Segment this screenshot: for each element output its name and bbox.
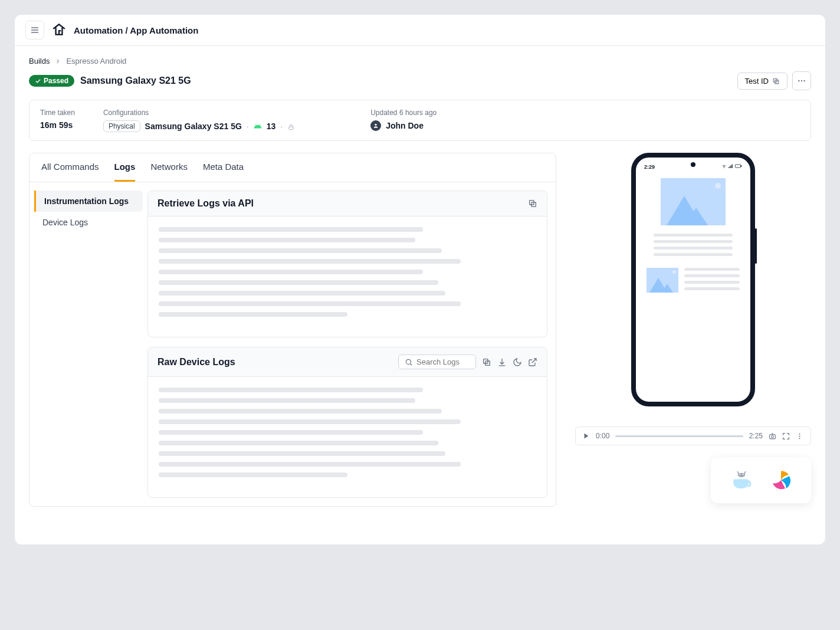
user-name: John Doe (386, 121, 424, 130)
phone-list-row (642, 268, 744, 294)
placeholder-line (159, 227, 423, 232)
placeholder-line (159, 430, 423, 435)
status-badge: Passed (29, 75, 74, 87)
phone-time: 2:29 (644, 164, 655, 170)
external-link-icon[interactable] (528, 357, 537, 367)
svg-rect-25 (770, 434, 776, 438)
copy-icon[interactable] (528, 199, 537, 208)
placeholder-line (159, 419, 461, 424)
svg-rect-21 (732, 165, 733, 168)
placeholder-line (684, 274, 740, 277)
moon-icon[interactable] (513, 357, 522, 367)
test-id-button[interactable]: Test ID (737, 73, 788, 90)
svg-point-28 (799, 435, 800, 437)
svg-point-27 (799, 433, 800, 434)
espresso-icon (729, 468, 754, 493)
sidebar-item-instrumentation[interactable]: Instrumentation Logs (34, 191, 143, 212)
android-icon (254, 122, 262, 130)
player-progress[interactable] (615, 435, 743, 437)
placeholder-line (654, 253, 733, 256)
title-actions: Test ID (737, 71, 811, 90)
breadcrumb: Builds Espresso Android (29, 57, 811, 65)
logs-sidebar: Instrumentation Logs Device Logs (29, 182, 147, 506)
svg-point-9 (375, 124, 377, 126)
copy-icon (772, 77, 780, 85)
placeholder-line (159, 238, 415, 242)
svg-point-29 (799, 438, 800, 439)
battery-icon (735, 163, 742, 169)
tab-all-commands[interactable]: All Commands (41, 153, 99, 182)
video-player[interactable]: 0:00 2:25 (575, 426, 811, 445)
player-total: 2:25 (749, 432, 763, 440)
svg-rect-23 (741, 166, 741, 167)
play-icon[interactable] (583, 432, 590, 439)
device-icon (287, 123, 295, 130)
search-field[interactable] (416, 357, 470, 366)
raw-logs-title: Raw Device Logs (158, 357, 235, 368)
physical-chip: Physical (103, 120, 140, 132)
raw-logs-tools (398, 355, 537, 369)
search-icon (405, 358, 413, 366)
tab-meta-data[interactable]: Meta Data (203, 153, 244, 182)
placeholder-line (159, 280, 438, 285)
tabs: All Commands Logs Networks Meta Data (29, 153, 556, 182)
more-actions-button[interactable] (792, 71, 811, 90)
api-logs-card: Retrieve Logs via API (147, 191, 547, 337)
download-icon[interactable] (497, 357, 507, 367)
camera-icon[interactable] (769, 432, 776, 440)
breadcrumb-current: Espresso Android (66, 57, 126, 65)
meta-config-row: Physical Samsung Galaxy S21 5G · 13 · (103, 120, 295, 132)
meta-card: Time taken 16m 59s Configurations Physic… (29, 100, 811, 141)
placeholder-line (684, 281, 740, 284)
page-title: Samsung Galaxy S21 5G (80, 76, 191, 86)
avatar-icon (370, 120, 381, 131)
api-logs-title: Retrieve Logs via API (158, 198, 254, 209)
hamburger-menu-button[interactable] (25, 21, 44, 40)
svg-rect-8 (289, 127, 294, 129)
svg-point-17 (724, 168, 724, 168)
header-breadcrumb: Automation / App Automation (74, 25, 198, 35)
placeholder-line (159, 248, 442, 253)
breadcrumb-builds[interactable]: Builds (29, 57, 50, 65)
breadcrumb-root: Automation (74, 25, 123, 35)
placeholder-line (159, 291, 445, 296)
raw-logs-card: Raw Device Logs (147, 347, 547, 498)
placeholder-line (654, 240, 733, 243)
raw-logs-body (148, 377, 547, 497)
title-row: Passed Samsung Galaxy S21 5G Test ID (29, 71, 811, 90)
framework-icons-card (711, 457, 811, 503)
brand-logo-icon (51, 22, 67, 38)
phone-camera-icon (691, 162, 695, 167)
logs-main: Retrieve Logs via API (147, 182, 556, 506)
search-logs-input[interactable] (398, 355, 476, 369)
sidebar-item-device-logs[interactable]: Device Logs (34, 212, 143, 233)
phone-mockup: 2:29 (631, 153, 755, 406)
meta-user-row: John Doe (370, 120, 437, 131)
content: Builds Espresso Android Passed Samsung G… (15, 46, 825, 524)
phone-status-icons (721, 163, 742, 170)
meta-updated-label: Updated 6 hours ago (370, 109, 437, 117)
placeholder-line (159, 270, 423, 274)
meta-config: Configurations Physical Samsung Galaxy S… (103, 109, 295, 132)
placeholder-line (159, 398, 415, 403)
svg-point-5 (798, 80, 799, 81)
svg-marker-24 (585, 434, 589, 439)
phone-content (642, 170, 744, 294)
topbar: Automation / App Automation (15, 15, 825, 46)
breadcrumb-sub: App Automation (130, 25, 198, 35)
tab-networks[interactable]: Networks (150, 153, 188, 182)
placeholder-line (159, 388, 423, 392)
device-preview-pane: 2:29 (575, 153, 811, 503)
copy-icon[interactable] (482, 357, 491, 367)
appium-icon (769, 468, 793, 493)
dots-vertical-icon[interactable] (796, 432, 803, 440)
config-device: Samsung Galaxy S21 5G (145, 122, 242, 131)
tab-logs[interactable]: Logs (114, 153, 136, 182)
fullscreen-icon[interactable] (782, 432, 790, 440)
logs-layout: Instrumentation Logs Device Logs Retriev… (29, 182, 556, 506)
test-id-label: Test ID (745, 77, 769, 86)
logs-pane: All Commands Logs Networks Meta Data Ins… (29, 153, 556, 507)
placeholder-line (159, 259, 461, 264)
placeholder-line (159, 472, 347, 477)
api-logs-header: Retrieve Logs via API (148, 191, 547, 216)
